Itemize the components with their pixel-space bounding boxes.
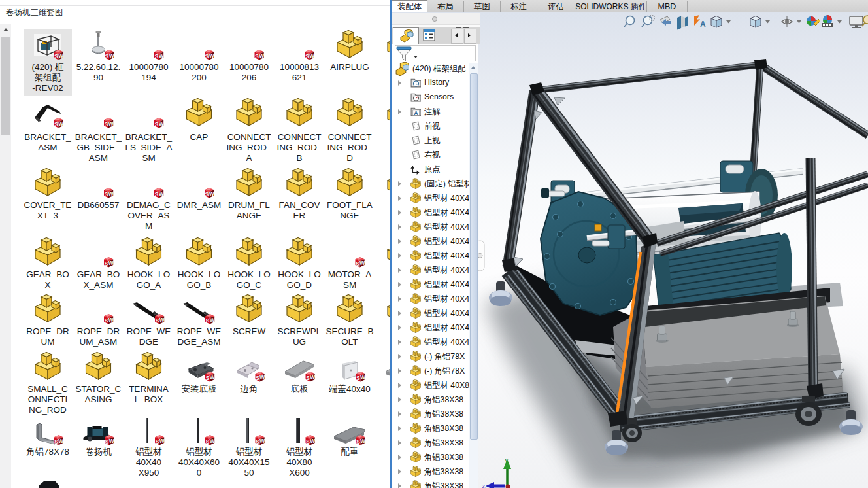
svg-text:z: z — [482, 481, 485, 488]
svg-text:y: y — [505, 455, 509, 464]
svg-text:A: A — [700, 20, 706, 29]
svg-text:A: A — [414, 110, 418, 116]
